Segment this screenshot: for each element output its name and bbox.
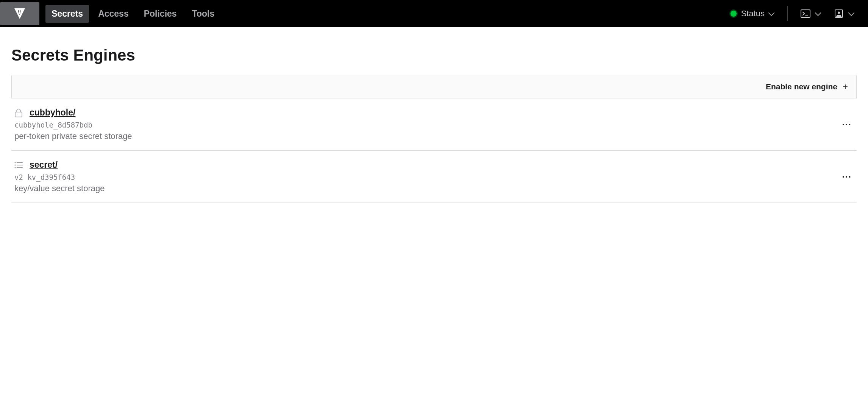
more-icon: ···	[842, 118, 851, 130]
nav-items: Secrets Access Policies Tools	[45, 5, 220, 23]
console-menu[interactable]	[794, 6, 827, 22]
svg-point-15	[14, 164, 16, 165]
svg-rect-2	[20, 10, 21, 11]
svg-rect-6	[20, 12, 21, 13]
chevron-down-icon	[768, 10, 775, 16]
svg-marker-0	[14, 8, 25, 19]
page-title: Secrets Engines	[11, 46, 857, 64]
vault-logo-icon	[14, 8, 26, 20]
status-label: Status	[741, 9, 765, 19]
engine-id: cubbyhole_8d587bdb	[14, 121, 854, 129]
list-icon	[14, 160, 23, 170]
engine-description: key/value secret storage	[14, 184, 854, 193]
engine-row: secret/ v2 kv_d395f643 key/value secret …	[11, 151, 857, 203]
nav-divider	[787, 6, 788, 21]
enable-new-engine-button[interactable]: Enable new engine +	[766, 82, 848, 91]
toolbar: Enable new engine +	[11, 75, 857, 98]
status-indicator-icon	[731, 11, 737, 17]
terminal-icon	[801, 9, 810, 18]
engine-list: cubbyhole/ cubbyhole_8d587bdb per-token …	[11, 98, 857, 203]
more-icon: ···	[842, 171, 851, 182]
nav-item-access[interactable]: Access	[92, 5, 135, 23]
svg-rect-12	[15, 112, 22, 117]
svg-rect-3	[18, 11, 19, 12]
engine-id: v2 kv_d395f643	[14, 173, 854, 181]
nav-item-tools[interactable]: Tools	[186, 5, 221, 23]
engine-description: per-token private secret storage	[14, 131, 854, 141]
more-actions-button[interactable]: ···	[839, 119, 854, 130]
user-menu[interactable]	[827, 6, 860, 22]
svg-rect-1	[18, 10, 19, 11]
chevron-down-icon	[815, 10, 821, 16]
app-logo[interactable]	[0, 2, 39, 25]
status-menu[interactable]: Status	[723, 5, 781, 22]
nav-right: Status	[723, 5, 868, 22]
svg-point-11	[838, 12, 840, 14]
svg-point-13	[14, 162, 16, 163]
main-content: Secrets Engines Enable new engine + cubb…	[0, 27, 868, 214]
more-actions-button[interactable]: ···	[839, 171, 854, 182]
svg-rect-5	[18, 12, 19, 13]
engine-row: cubbyhole/ cubbyhole_8d587bdb per-token …	[11, 98, 857, 151]
chevron-down-icon	[848, 10, 855, 16]
top-navbar: Secrets Access Policies Tools Status	[0, 0, 868, 27]
svg-rect-4	[20, 11, 21, 12]
svg-rect-7	[19, 14, 20, 15]
engine-link-cubbyhole[interactable]: cubbyhole/	[30, 108, 75, 118]
svg-rect-8	[801, 10, 810, 17]
engine-link-secret[interactable]: secret/	[30, 160, 58, 170]
nav-item-policies[interactable]: Policies	[138, 5, 183, 23]
svg-point-17	[14, 167, 16, 168]
lock-icon	[14, 108, 23, 118]
plus-icon: +	[843, 82, 848, 91]
enable-new-engine-label: Enable new engine	[766, 82, 837, 91]
nav-item-secrets[interactable]: Secrets	[45, 5, 89, 23]
user-icon	[834, 9, 844, 18]
